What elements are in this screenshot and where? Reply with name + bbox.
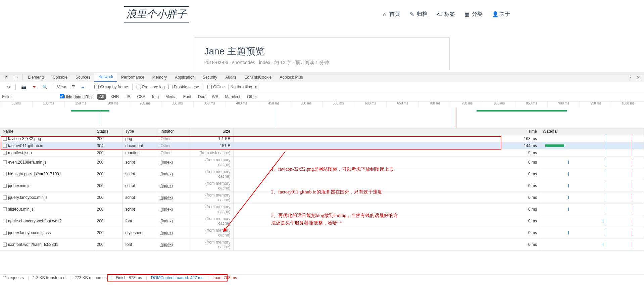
site-title[interactable]: 浪里个小胖子: [124, 6, 189, 23]
filter-type[interactable]: WS: [209, 94, 221, 100]
group-by-frame-checkbox[interactable]: Group by frame: [94, 85, 128, 89]
request-waterfall: [540, 142, 644, 149]
devtools-tab[interactable]: Audits: [221, 73, 240, 82]
devtools-menu-icon[interactable]: ⋮: [627, 75, 635, 80]
table-row[interactable]: iconfont.woff?hash=fc583d1200font(index)…: [0, 238, 644, 250]
filter-type[interactable]: Manifest: [222, 94, 243, 100]
filter-type[interactable]: Media: [163, 94, 179, 100]
filter-icon[interactable]: ⏷: [31, 85, 38, 89]
nav-link[interactable]: ⌂首页: [382, 11, 400, 18]
status-load: Load: 708 ms: [212, 275, 237, 280]
request-waterfall: [540, 227, 644, 238]
filter-type[interactable]: XHR: [108, 94, 121, 100]
filter-type[interactable]: Doc: [195, 94, 208, 100]
file-icon: [3, 160, 7, 164]
waterfall-toggle-icon[interactable]: ≒: [80, 85, 86, 89]
devtools-tab[interactable]: Elements: [24, 73, 49, 82]
annotation-1: 1、favicon-32x32.png是网站图标，可以考虑下放到图床上去: [271, 166, 399, 173]
status-resources: 273 KB resources: [75, 275, 106, 280]
request-status: 200: [94, 156, 122, 168]
devtools-tab[interactable]: Memory: [148, 73, 171, 82]
devtools-close-icon[interactable]: ✕: [635, 75, 642, 80]
disable-cache-checkbox[interactable]: Disable cache: [168, 85, 199, 89]
request-name: iconfont.woff?hash=fc583d1: [8, 242, 58, 247]
request-time: 144 ms: [233, 142, 540, 149]
filter-type[interactable]: Other: [244, 94, 260, 100]
request-size: (from memory cache): [190, 227, 233, 238]
devtools-tab[interactable]: Sources: [71, 73, 94, 82]
preserve-log-checkbox[interactable]: Preserve log: [137, 85, 165, 89]
request-initiator[interactable]: (index): [161, 195, 173, 200]
timeline-overview[interactable]: 50 ms100 ms150 ms200 ms250 ms300 ms350 m…: [0, 101, 644, 128]
nav-link[interactable]: 👤关于: [492, 11, 510, 18]
devtools-tab[interactable]: EditThisCookie: [241, 73, 276, 82]
request-type: script: [122, 156, 158, 168]
ruler-tick: 650 ms: [386, 101, 418, 107]
throttling-select[interactable]: No throttling: [228, 84, 259, 90]
table-header-row[interactable]: Name Status Type Initiator Size Time Wat…: [0, 128, 644, 135]
devtools-tab[interactable]: Performance: [117, 73, 148, 82]
clear-icon[interactable]: ⊘: [5, 85, 11, 89]
device-icon[interactable]: ▭: [11, 75, 21, 80]
filter-type[interactable]: All: [97, 94, 106, 100]
overview-bar: [71, 110, 109, 112]
col-waterfall: Waterfall: [540, 128, 644, 135]
request-initiator[interactable]: (index): [161, 207, 173, 212]
hide-data-urls-checkbox[interactable]: Hide data URLs: [60, 94, 93, 99]
request-type: script: [122, 191, 158, 203]
filter-type[interactable]: JS: [123, 94, 133, 100]
search-icon[interactable]: 🔍: [41, 85, 49, 89]
nav-label: 首页: [389, 11, 400, 18]
request-initiator[interactable]: (index): [161, 183, 173, 188]
devtools-tab[interactable]: Security: [199, 73, 221, 82]
request-initiator[interactable]: (index): [161, 230, 173, 235]
nav-icon: ✎: [409, 11, 415, 17]
nav-link[interactable]: 🏷标签: [437, 11, 455, 18]
request-initiator: Other: [161, 150, 171, 155]
load-marker: [456, 107, 456, 128]
dcl-marker: [275, 107, 275, 128]
table-row[interactable]: jquery.fancybox.min.css200stylesheet(ind…: [0, 227, 644, 238]
request-type: script: [122, 203, 158, 215]
post-meta: 2018-03-06 · shortcodes · index · 约 12 字…: [204, 60, 440, 66]
offline-checkbox[interactable]: Offline: [207, 85, 225, 89]
inspect-icon[interactable]: ⇱: [2, 75, 11, 80]
large-rows-icon[interactable]: ☰: [70, 85, 77, 89]
camera-icon[interactable]: 📷: [20, 85, 28, 89]
request-initiator[interactable]: (index): [161, 172, 173, 176]
filter-type[interactable]: Img: [149, 94, 161, 100]
ruler-tick: 900 ms: [547, 101, 580, 107]
devtools-tab[interactable]: Console: [49, 73, 71, 82]
site-nav: ⌂首页✎归档🏷标签▦分类👤关于: [382, 11, 510, 18]
request-initiator[interactable]: (index): [161, 219, 173, 223]
file-icon: [3, 151, 7, 155]
devtools-tab[interactable]: Network: [94, 73, 117, 82]
devtools-tab[interactable]: Adblock Plus: [276, 73, 307, 82]
ruler-tick: 450 ms: [258, 101, 290, 107]
ruler-tick: 850 ms: [515, 101, 547, 107]
filter-type[interactable]: Font: [181, 94, 194, 100]
request-initiator[interactable]: (index): [161, 242, 173, 247]
devtools-tab[interactable]: Application: [171, 73, 199, 82]
request-size: (from memory cache): [190, 156, 233, 168]
overview-bar: [477, 110, 567, 112]
filter-type[interactable]: CSS: [134, 94, 148, 100]
request-name: factory011.github.io: [8, 143, 43, 148]
table-row[interactable]: favicon-32x32.png200pngOther1.1 KB163 ms: [0, 135, 644, 142]
request-status: 200: [94, 215, 122, 227]
nav-link[interactable]: ✎归档: [409, 11, 428, 18]
request-name: slideout.min.js: [8, 207, 34, 212]
request-type: font: [122, 238, 158, 250]
request-initiator[interactable]: (index): [161, 160, 173, 165]
annotation-3: 3、再优化的话只能把blog放到coding，当然有钱的话最好的方法还是买个服务…: [271, 212, 399, 227]
request-name: manifest.json: [8, 150, 32, 155]
request-initiator: Other: [161, 143, 171, 148]
nav-label: 分类: [472, 11, 483, 18]
table-row[interactable]: manifest.json200manifestOther(from disk …: [0, 149, 644, 156]
nav-link[interactable]: ▦分类: [464, 11, 483, 18]
table-row[interactable]: factory011.github.io304documentOther151 …: [0, 142, 644, 149]
filter-input[interactable]: [2, 94, 56, 99]
file-icon: [3, 219, 7, 223]
post-card: Jane 主题预览 2018-03-06 · shortcodes · inde…: [195, 37, 450, 70]
file-icon: [3, 243, 7, 247]
